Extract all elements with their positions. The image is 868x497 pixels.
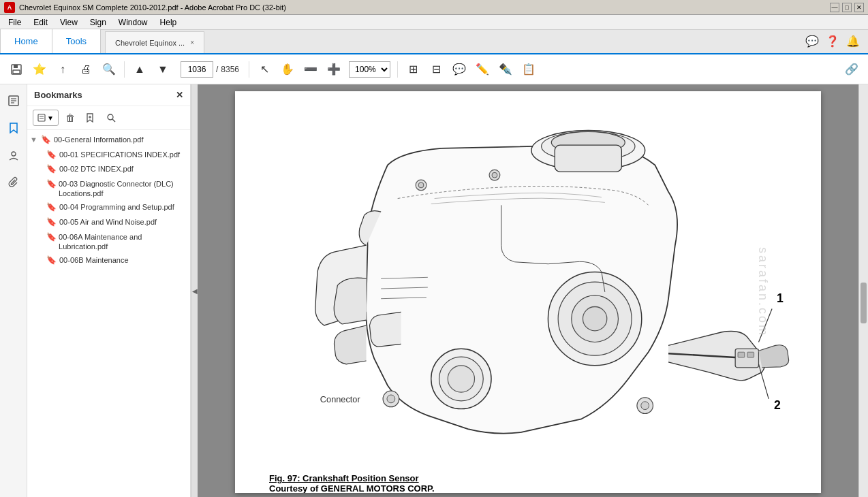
menu-file[interactable]: File: [3, 16, 27, 29]
bookmark-icon: 🔖: [41, 135, 51, 146]
page-total: 8356: [221, 65, 239, 74]
side-icon-pages[interactable]: [3, 90, 25, 112]
bookmark-icon: 🔖: [46, 179, 56, 190]
minimize-button[interactable]: —: [830, 3, 839, 12]
side-icon-bookmarks[interactable]: [3, 117, 25, 139]
bookmark-delete-button[interactable]: 🗑: [61, 109, 79, 127]
panel-scroll[interactable]: ◀: [191, 84, 198, 497]
menu-view[interactable]: View: [55, 16, 83, 29]
bookmark-icon: 🔖: [46, 255, 57, 266]
find-button[interactable]: 🔍: [98, 59, 120, 80]
menu-window[interactable]: Window: [113, 16, 153, 29]
bookmark-item-text: 00-05 Air and Wind Noise.pdf: [59, 217, 157, 227]
zoom-in-button[interactable]: ➕: [323, 59, 345, 80]
cursor-tool[interactable]: ↖: [253, 59, 275, 80]
menu-edit[interactable]: Edit: [28, 16, 53, 29]
share-button[interactable]: ↑: [52, 59, 74, 80]
bookmark-find-button[interactable]: [102, 109, 120, 127]
bookmark-list: ▼ 🔖 00-General Information.pdf 🔖 00-01 S…: [27, 130, 190, 497]
bookmark-header: Bookmarks ✕: [27, 84, 190, 106]
fit-width-button[interactable]: ⊟: [425, 59, 447, 80]
figure-caption: Fig. 97: Crankshaft Position Sensor Cour…: [262, 473, 794, 493]
bookmark-item-7[interactable]: 🔖 00-06B Maintenance: [27, 253, 190, 268]
separator-2: [249, 61, 249, 78]
close-button[interactable]: ✕: [854, 3, 864, 12]
bookmark-item-text: 00-06A Maintenance and Lubrication.pdf: [59, 232, 185, 252]
bookmark-item-text: 00-01 SPECIFICATIONS INDEX.pdf: [59, 150, 180, 159]
zoom-out-button[interactable]: ➖: [300, 59, 322, 80]
maximize-button[interactable]: □: [842, 3, 852, 12]
svg-point-22: [418, 182, 424, 188]
menu-sign[interactable]: Sign: [84, 16, 112, 29]
draw-button[interactable]: ✒️: [495, 59, 516, 80]
bookmark-item-text: 00-02 DTC INDEX.pdf: [59, 164, 134, 174]
save-button[interactable]: [5, 59, 27, 80]
print-button[interactable]: 🖨: [75, 59, 97, 80]
bookmark-item-2[interactable]: 🔖 00-02 DTC INDEX.pdf: [27, 162, 190, 177]
tab-close-button[interactable]: ×: [190, 39, 194, 46]
toolbar: ⭐ ↑ 🖨 🔍 ▲ ▼ / 8356 ↖ ✋ ➖ ➕ 50% 75% 100% …: [0, 54, 868, 84]
bookmark-icon: 🔖: [46, 164, 57, 175]
bookmark-view-dropdown[interactable]: ▼: [33, 110, 59, 126]
comment-button[interactable]: 💬: [448, 59, 470, 80]
bookmark-item-4[interactable]: 🔖 00-04 Programming and Setup.pdf: [27, 200, 190, 215]
tab-tools[interactable]: Tools: [52, 29, 101, 53]
side-icon-signatures[interactable]: [3, 144, 25, 166]
tab-document[interactable]: Chevrolet Equinox ... ×: [105, 31, 204, 53]
panel-collapse-arrow[interactable]: ◀: [192, 287, 198, 295]
bookmark-item-text: 00-03 Diagnostic Connector (DLC) Locatio…: [59, 179, 185, 199]
expand-arrow-icon: ▼: [30, 135, 40, 144]
bookmark-item-3[interactable]: 🔖 00-03 Diagnostic Connector (DLC) Locat…: [27, 177, 190, 201]
bookmark-close-button[interactable]: ✕: [176, 90, 183, 100]
bookmark-item-text: 00-04 Programming and Setup.pdf: [59, 202, 174, 212]
bookmark-button[interactable]: ⭐: [29, 59, 50, 80]
svg-point-24: [492, 172, 497, 178]
pdf-content[interactable]: 1 2 Connector Fig. 97: Crankshaft Positi…: [198, 84, 858, 497]
bookmark-item-5[interactable]: 🔖 00-05 Air and Wind Noise.pdf: [27, 215, 190, 230]
label-1: 1: [777, 291, 784, 305]
bookmark-title: Bookmarks: [34, 90, 82, 100]
menu-help[interactable]: Help: [155, 16, 183, 29]
svg-rect-33: [738, 352, 745, 357]
highlight-button[interactable]: ✏️: [471, 59, 493, 80]
svg-rect-34: [747, 352, 754, 357]
help-icon[interactable]: ❓: [826, 35, 839, 48]
svg-rect-1: [14, 65, 18, 68]
page-up-button[interactable]: ▲: [129, 59, 151, 80]
bookmark-item-text: 00-06B Maintenance: [59, 255, 129, 265]
fig-title: Fig. 97: Crankshaft Position Sensor: [269, 473, 419, 483]
side-icon-attachments[interactable]: [3, 172, 25, 193]
page-down-button[interactable]: ▼: [152, 59, 174, 80]
tab-home[interactable]: Home: [0, 29, 52, 53]
bookmark-icon: 🔖: [46, 202, 57, 213]
scroll-thumb[interactable]: [861, 283, 867, 323]
bookmark-add-button[interactable]: [82, 109, 99, 127]
link-button[interactable]: 🔗: [841, 59, 863, 80]
main-area: Bookmarks ✕ ▼ 🗑 ▼ 🔖 00-General Informati…: [0, 84, 868, 497]
separator-1: [124, 61, 125, 78]
pdf-page: 1 2 Connector Fig. 97: Crankshaft Positi…: [235, 91, 821, 493]
connector-label: Connector: [320, 394, 361, 404]
chat-icon[interactable]: 💬: [805, 35, 819, 48]
svg-rect-32: [735, 349, 758, 367]
bookmark-item-1[interactable]: 🔖 00-01 SPECIFICATIONS INDEX.pdf: [27, 148, 190, 163]
svg-rect-2: [13, 70, 20, 74]
page-input[interactable]: [181, 61, 213, 78]
fit-page-button[interactable]: ⊞: [402, 59, 424, 80]
svg-point-8: [12, 152, 16, 156]
bookmark-panel: Bookmarks ✕ ▼ 🗑 ▼ 🔖 00-General Informati…: [27, 84, 191, 497]
hand-tool[interactable]: ✋: [277, 59, 298, 80]
stamp-button[interactable]: 📋: [518, 59, 540, 80]
toolbar-right: 🔗: [841, 59, 863, 80]
separator-3: [397, 61, 398, 78]
svg-marker-7: [10, 123, 17, 133]
bookmark-icon: 🔖: [46, 150, 57, 161]
bookmark-item-6[interactable]: 🔖 00-06A Maintenance and Lubrication.pdf: [27, 230, 190, 254]
label-2: 2: [774, 398, 781, 412]
zoom-select[interactable]: 50% 75% 100% 125% 150% 200%: [349, 61, 390, 78]
side-icons-panel: [0, 84, 27, 497]
right-scrollbar[interactable]: [858, 84, 868, 497]
notification-icon[interactable]: 🔔: [846, 35, 860, 48]
bookmark-item-text: 00-General Information.pdf: [54, 135, 143, 144]
bookmark-item-0[interactable]: ▼ 🔖 00-General Information.pdf: [27, 133, 190, 148]
